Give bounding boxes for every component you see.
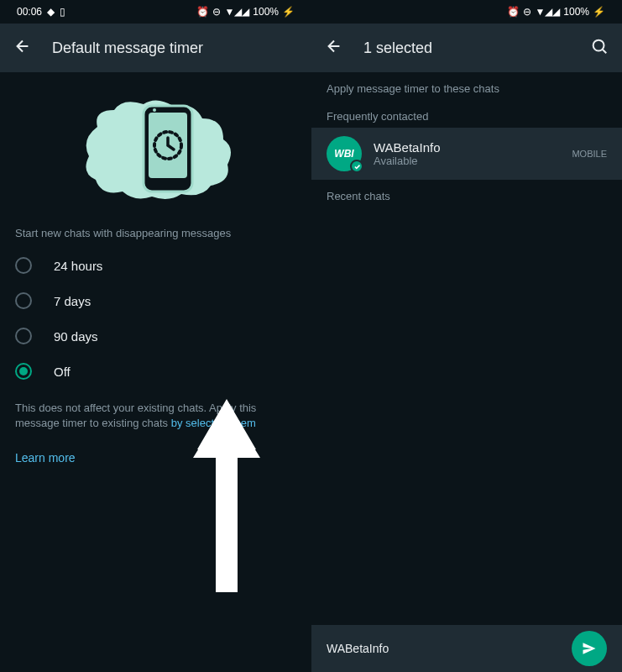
header-left: Default message timer	[0, 24, 311, 72]
contact-info: WABetaInfo Available	[374, 140, 560, 167]
notification-icon: ▯	[60, 6, 65, 18]
charging-icon: ⚡	[282, 6, 295, 18]
back-icon[interactable]	[13, 37, 32, 59]
timer-description: This does not affect your existing chats…	[0, 389, 311, 431]
radio-circle-selected-icon	[15, 363, 32, 380]
battery-text: 100%	[253, 6, 279, 18]
radio-option-90days[interactable]: 90 days	[15, 318, 296, 354]
timer-radio-group: 24 hours 7 days 90 days Off	[0, 248, 311, 389]
radio-label: 90 days	[54, 329, 98, 344]
bottom-bar: WABetaInfo	[311, 625, 622, 672]
avatar-text: WBI	[334, 148, 353, 160]
status-bar-right: ⏰ ⊖ ▼◢◢ 100% ⚡	[311, 0, 622, 24]
header-right: 1 selected	[311, 24, 622, 72]
recent-chats-label: Recent chats	[311, 180, 622, 207]
status-time: 00:06	[17, 6, 42, 18]
wifi-icon: ◆	[47, 6, 55, 18]
alarm-icon: ⏰	[507, 6, 520, 18]
radio-label: 24 hours	[54, 259, 102, 273]
svg-point-3	[153, 108, 156, 112]
signal-icon: ▼◢◢	[535, 6, 560, 18]
charging-icon: ⚡	[593, 6, 605, 18]
status-bar-left: 00:06 ◆ ▯ ⏰ ⊖ ▼◢◢ 100% ⚡	[0, 0, 311, 24]
send-button[interactable]	[572, 631, 607, 666]
dnd-icon: ⊖	[523, 6, 531, 18]
search-icon[interactable]	[590, 37, 609, 59]
dnd-icon: ⊖	[212, 6, 221, 18]
contact-name: WABetaInfo	[374, 140, 560, 155]
apply-section-label: Apply message timer to these chats	[311, 72, 622, 100]
check-icon	[350, 160, 363, 173]
avatar: WBI	[327, 136, 362, 171]
signal-icon: ▼◢◢	[224, 6, 249, 18]
contact-status: Available	[374, 155, 560, 167]
page-title: Default message timer	[52, 39, 298, 57]
battery-text: 100%	[563, 6, 589, 18]
back-icon[interactable]	[325, 37, 343, 59]
radio-circle-icon	[15, 292, 32, 309]
disappearing-section-label: Start new chats with disappearing messag…	[0, 227, 311, 248]
radio-dot-icon	[19, 367, 28, 375]
hero-illustration	[0, 72, 311, 227]
svg-point-5	[593, 40, 604, 51]
radio-label: 7 days	[54, 294, 91, 308]
selected-count-title: 1 selected	[363, 39, 570, 57]
frequently-contacted-label: Frequently contacted	[311, 100, 622, 128]
learn-more-link[interactable]: Learn more	[0, 431, 311, 485]
radio-circle-icon	[15, 257, 32, 274]
radio-option-off[interactable]: Off	[15, 354, 296, 389]
selected-contact-chip[interactable]: WABetaInfo	[327, 642, 389, 655]
contact-item[interactable]: WBI WABetaInfo Available MOBILE	[311, 128, 622, 180]
radio-option-7days[interactable]: 7 days	[15, 283, 296, 318]
contact-type: MOBILE	[572, 149, 607, 159]
radio-label: Off	[54, 365, 71, 379]
send-icon	[581, 640, 598, 657]
radio-option-24hours[interactable]: 24 hours	[15, 248, 296, 283]
select-chats-link[interactable]: by selecting them	[171, 417, 256, 429]
radio-circle-icon	[15, 328, 32, 344]
alarm-icon: ⏰	[196, 6, 209, 18]
